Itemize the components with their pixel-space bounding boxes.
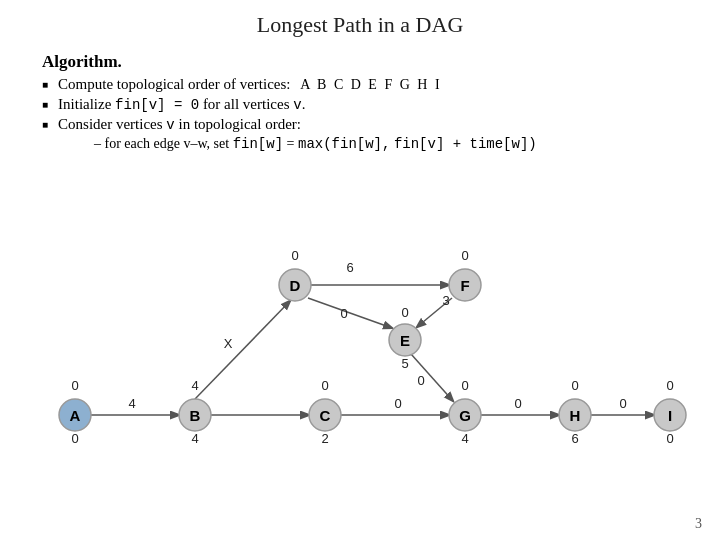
node-label-H: H bbox=[570, 407, 581, 424]
step1-text: Compute topological order of vertices: A… bbox=[58, 76, 442, 93]
max-code: max(fin[w], bbox=[298, 136, 390, 152]
edge-D-E bbox=[308, 298, 392, 328]
node-label-C: C bbox=[320, 407, 331, 424]
node-label-I: I bbox=[668, 407, 672, 424]
v-code2: v bbox=[166, 117, 174, 133]
edge-label-FE: 3 bbox=[442, 293, 449, 308]
algorithm-section: Algorithm. ■ Compute topological order o… bbox=[0, 46, 720, 152]
finv-code: fin[v] = 0 bbox=[115, 97, 199, 113]
algo-heading: Algorithm. bbox=[42, 52, 720, 72]
edge-label-DE: 0 bbox=[340, 306, 347, 321]
fin-I-above: 0 bbox=[666, 378, 673, 393]
edge-label-GH: 0 bbox=[514, 396, 521, 411]
page-number: 3 bbox=[695, 516, 702, 532]
fin-C-above: 0 bbox=[321, 378, 328, 393]
algo-list: ■ Compute topological order of vertices:… bbox=[42, 76, 720, 133]
graph-area: 4 X 6 0 3 0 0 0 0 0 0 0 4 0 0 0 0 0 A B … bbox=[0, 170, 720, 510]
fin-F-above: 0 bbox=[461, 248, 468, 263]
step2-text: Initialize fin[v] = 0 for all vertices v… bbox=[58, 96, 305, 113]
edge-label-AB: 4 bbox=[128, 396, 135, 411]
graph-svg: 4 X 6 0 3 0 0 0 0 0 0 0 4 0 0 0 0 0 A B … bbox=[0, 170, 720, 490]
node-label-B: B bbox=[190, 407, 201, 424]
finw-code: fin[w] bbox=[233, 136, 283, 152]
page-title: Longest Path in a DAG bbox=[0, 0, 720, 46]
topo-order: A B C D E F G H I bbox=[300, 77, 441, 92]
algo-step-3: ■ Consider vertices v in topological ord… bbox=[42, 116, 720, 133]
v-code: v bbox=[293, 97, 301, 113]
bullet-3: ■ bbox=[42, 119, 48, 130]
edge-B-D bbox=[195, 301, 290, 399]
node-label-E: E bbox=[400, 332, 410, 349]
algo-step-1: ■ Compute topological order of vertices:… bbox=[42, 76, 720, 93]
node-label-F: F bbox=[460, 277, 469, 294]
bullet-1: ■ bbox=[42, 79, 48, 90]
edge-label-DF: 6 bbox=[346, 260, 353, 275]
fin-B-above: 4 bbox=[191, 378, 198, 393]
fin-G-below: 4 bbox=[461, 431, 468, 446]
fin-H-below: 6 bbox=[571, 431, 578, 446]
sub-step: – for each edge v–w, set fin[w] = max(fi… bbox=[42, 136, 720, 152]
algo-step-2: ■ Initialize fin[v] = 0 for all vertices… bbox=[42, 96, 720, 113]
node-label-D: D bbox=[290, 277, 301, 294]
fin-C-below: 2 bbox=[321, 431, 328, 446]
fin-I-below: 0 bbox=[666, 431, 673, 446]
fin-H-above: 0 bbox=[571, 378, 578, 393]
edge-label-CG: 0 bbox=[394, 396, 401, 411]
fin-A-above: 0 bbox=[71, 378, 78, 393]
edge-label-BD: X bbox=[224, 336, 233, 351]
fin-B-below: 4 bbox=[191, 431, 198, 446]
fin-D-above: 0 bbox=[291, 248, 298, 263]
edge-label-HI: 0 bbox=[619, 396, 626, 411]
edge-label-EG: 0 bbox=[417, 373, 424, 388]
finv-time-code: fin[v] + time[w]) bbox=[394, 136, 537, 152]
bullet-2: ■ bbox=[42, 99, 48, 110]
fin-E-below: 5 bbox=[401, 356, 408, 371]
step3-text: Consider vertices v in topological order… bbox=[58, 116, 301, 133]
node-label-A: A bbox=[70, 407, 81, 424]
fin-E-above: 0 bbox=[401, 305, 408, 320]
fin-G-above: 0 bbox=[461, 378, 468, 393]
node-label-G: G bbox=[459, 407, 471, 424]
fin-A-below: 0 bbox=[71, 431, 78, 446]
